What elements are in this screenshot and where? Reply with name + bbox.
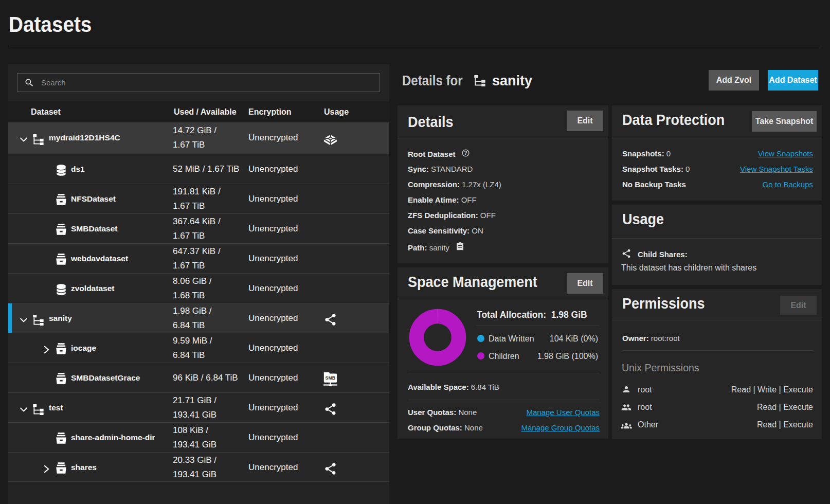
svg-text:?: ? <box>464 150 467 156</box>
svg-text:SMB: SMB <box>326 375 335 381</box>
